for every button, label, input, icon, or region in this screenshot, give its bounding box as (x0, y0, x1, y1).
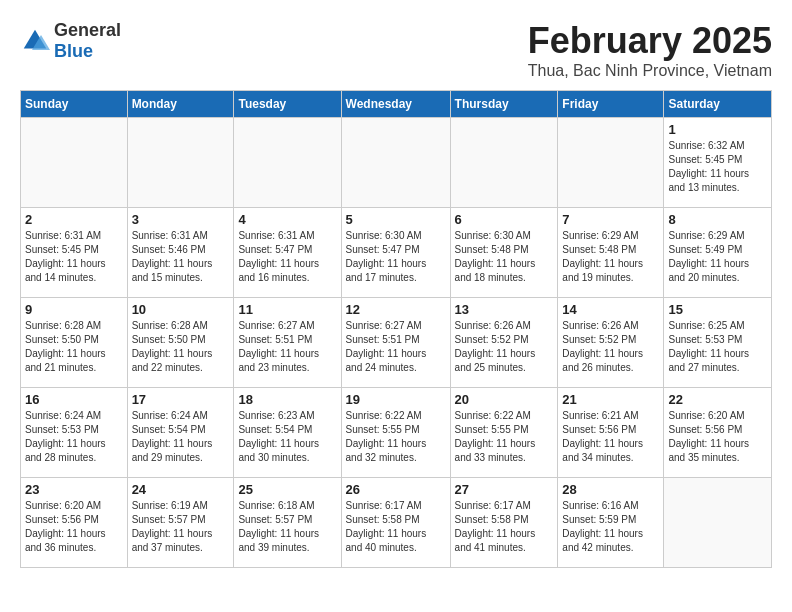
calendar-cell: 9Sunrise: 6:28 AM Sunset: 5:50 PM Daylig… (21, 298, 128, 388)
day-number: 28 (562, 482, 659, 497)
calendar-body: 1Sunrise: 6:32 AM Sunset: 5:45 PM Daylig… (21, 118, 772, 568)
location-title: Thua, Bac Ninh Province, Vietnam (528, 62, 772, 80)
day-info: Sunrise: 6:30 AM Sunset: 5:47 PM Dayligh… (346, 229, 446, 285)
calendar-header-tuesday: Tuesday (234, 91, 341, 118)
calendar-cell: 14Sunrise: 6:26 AM Sunset: 5:52 PM Dayli… (558, 298, 664, 388)
day-info: Sunrise: 6:31 AM Sunset: 5:46 PM Dayligh… (132, 229, 230, 285)
calendar-cell: 28Sunrise: 6:16 AM Sunset: 5:59 PM Dayli… (558, 478, 664, 568)
calendar-header-thursday: Thursday (450, 91, 558, 118)
logo-general: General (54, 20, 121, 40)
day-number: 20 (455, 392, 554, 407)
day-number: 5 (346, 212, 446, 227)
day-info: Sunrise: 6:24 AM Sunset: 5:53 PM Dayligh… (25, 409, 123, 465)
calendar-cell (21, 118, 128, 208)
day-info: Sunrise: 6:32 AM Sunset: 5:45 PM Dayligh… (668, 139, 767, 195)
day-number: 16 (25, 392, 123, 407)
calendar-header-saturday: Saturday (664, 91, 772, 118)
day-number: 14 (562, 302, 659, 317)
calendar-cell: 24Sunrise: 6:19 AM Sunset: 5:57 PM Dayli… (127, 478, 234, 568)
day-number: 7 (562, 212, 659, 227)
day-info: Sunrise: 6:24 AM Sunset: 5:54 PM Dayligh… (132, 409, 230, 465)
calendar-cell: 7Sunrise: 6:29 AM Sunset: 5:48 PM Daylig… (558, 208, 664, 298)
calendar-cell: 21Sunrise: 6:21 AM Sunset: 5:56 PM Dayli… (558, 388, 664, 478)
day-info: Sunrise: 6:31 AM Sunset: 5:47 PM Dayligh… (238, 229, 336, 285)
logo-icon (20, 26, 50, 56)
calendar-cell: 23Sunrise: 6:20 AM Sunset: 5:56 PM Dayli… (21, 478, 128, 568)
day-info: Sunrise: 6:29 AM Sunset: 5:48 PM Dayligh… (562, 229, 659, 285)
calendar-cell (341, 118, 450, 208)
day-number: 1 (668, 122, 767, 137)
calendar-cell: 20Sunrise: 6:22 AM Sunset: 5:55 PM Dayli… (450, 388, 558, 478)
title-area: February 2025 Thua, Bac Ninh Province, V… (528, 20, 772, 80)
day-number: 8 (668, 212, 767, 227)
calendar-cell: 17Sunrise: 6:24 AM Sunset: 5:54 PM Dayli… (127, 388, 234, 478)
calendar-header-sunday: Sunday (21, 91, 128, 118)
calendar-table: SundayMondayTuesdayWednesdayThursdayFrid… (20, 90, 772, 568)
day-info: Sunrise: 6:30 AM Sunset: 5:48 PM Dayligh… (455, 229, 554, 285)
day-info: Sunrise: 6:25 AM Sunset: 5:53 PM Dayligh… (668, 319, 767, 375)
day-info: Sunrise: 6:29 AM Sunset: 5:49 PM Dayligh… (668, 229, 767, 285)
calendar-header-friday: Friday (558, 91, 664, 118)
day-info: Sunrise: 6:27 AM Sunset: 5:51 PM Dayligh… (238, 319, 336, 375)
day-number: 11 (238, 302, 336, 317)
day-number: 10 (132, 302, 230, 317)
day-info: Sunrise: 6:22 AM Sunset: 5:55 PM Dayligh… (346, 409, 446, 465)
day-info: Sunrise: 6:20 AM Sunset: 5:56 PM Dayligh… (25, 499, 123, 555)
day-number: 21 (562, 392, 659, 407)
calendar-cell: 3Sunrise: 6:31 AM Sunset: 5:46 PM Daylig… (127, 208, 234, 298)
day-info: Sunrise: 6:19 AM Sunset: 5:57 PM Dayligh… (132, 499, 230, 555)
day-number: 17 (132, 392, 230, 407)
calendar-cell: 5Sunrise: 6:30 AM Sunset: 5:47 PM Daylig… (341, 208, 450, 298)
calendar-cell: 4Sunrise: 6:31 AM Sunset: 5:47 PM Daylig… (234, 208, 341, 298)
week-row-2: 9Sunrise: 6:28 AM Sunset: 5:50 PM Daylig… (21, 298, 772, 388)
day-number: 3 (132, 212, 230, 227)
page-header: General Blue February 2025 Thua, Bac Nin… (20, 20, 772, 80)
day-info: Sunrise: 6:28 AM Sunset: 5:50 PM Dayligh… (25, 319, 123, 375)
day-info: Sunrise: 6:23 AM Sunset: 5:54 PM Dayligh… (238, 409, 336, 465)
week-row-0: 1Sunrise: 6:32 AM Sunset: 5:45 PM Daylig… (21, 118, 772, 208)
calendar-header-wednesday: Wednesday (341, 91, 450, 118)
day-info: Sunrise: 6:16 AM Sunset: 5:59 PM Dayligh… (562, 499, 659, 555)
calendar-cell: 18Sunrise: 6:23 AM Sunset: 5:54 PM Dayli… (234, 388, 341, 478)
calendar-cell: 27Sunrise: 6:17 AM Sunset: 5:58 PM Dayli… (450, 478, 558, 568)
day-info: Sunrise: 6:26 AM Sunset: 5:52 PM Dayligh… (455, 319, 554, 375)
day-info: Sunrise: 6:31 AM Sunset: 5:45 PM Dayligh… (25, 229, 123, 285)
day-number: 6 (455, 212, 554, 227)
calendar-cell (664, 478, 772, 568)
day-number: 26 (346, 482, 446, 497)
calendar-cell: 13Sunrise: 6:26 AM Sunset: 5:52 PM Dayli… (450, 298, 558, 388)
day-number: 27 (455, 482, 554, 497)
calendar-header-monday: Monday (127, 91, 234, 118)
day-number: 23 (25, 482, 123, 497)
day-info: Sunrise: 6:28 AM Sunset: 5:50 PM Dayligh… (132, 319, 230, 375)
calendar-cell: 11Sunrise: 6:27 AM Sunset: 5:51 PM Dayli… (234, 298, 341, 388)
week-row-3: 16Sunrise: 6:24 AM Sunset: 5:53 PM Dayli… (21, 388, 772, 478)
day-number: 25 (238, 482, 336, 497)
calendar-cell (234, 118, 341, 208)
day-number: 13 (455, 302, 554, 317)
calendar-cell: 26Sunrise: 6:17 AM Sunset: 5:58 PM Dayli… (341, 478, 450, 568)
calendar-header-row: SundayMondayTuesdayWednesdayThursdayFrid… (21, 91, 772, 118)
calendar-cell: 12Sunrise: 6:27 AM Sunset: 5:51 PM Dayli… (341, 298, 450, 388)
calendar-cell: 10Sunrise: 6:28 AM Sunset: 5:50 PM Dayli… (127, 298, 234, 388)
day-info: Sunrise: 6:18 AM Sunset: 5:57 PM Dayligh… (238, 499, 336, 555)
month-title: February 2025 (528, 20, 772, 62)
day-number: 19 (346, 392, 446, 407)
week-row-4: 23Sunrise: 6:20 AM Sunset: 5:56 PM Dayli… (21, 478, 772, 568)
calendar-cell (127, 118, 234, 208)
day-info: Sunrise: 6:27 AM Sunset: 5:51 PM Dayligh… (346, 319, 446, 375)
day-number: 24 (132, 482, 230, 497)
calendar-cell: 16Sunrise: 6:24 AM Sunset: 5:53 PM Dayli… (21, 388, 128, 478)
calendar-cell: 15Sunrise: 6:25 AM Sunset: 5:53 PM Dayli… (664, 298, 772, 388)
day-number: 22 (668, 392, 767, 407)
logo-blue: Blue (54, 41, 93, 61)
day-number: 4 (238, 212, 336, 227)
day-info: Sunrise: 6:21 AM Sunset: 5:56 PM Dayligh… (562, 409, 659, 465)
day-number: 2 (25, 212, 123, 227)
day-info: Sunrise: 6:20 AM Sunset: 5:56 PM Dayligh… (668, 409, 767, 465)
calendar-cell (450, 118, 558, 208)
day-number: 18 (238, 392, 336, 407)
day-info: Sunrise: 6:17 AM Sunset: 5:58 PM Dayligh… (455, 499, 554, 555)
logo: General Blue (20, 20, 121, 62)
day-info: Sunrise: 6:22 AM Sunset: 5:55 PM Dayligh… (455, 409, 554, 465)
